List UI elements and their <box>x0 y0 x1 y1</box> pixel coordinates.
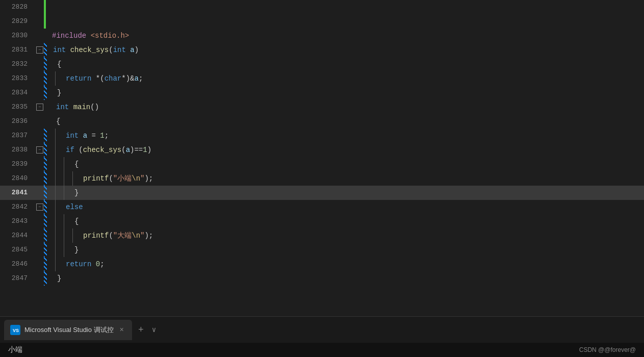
line-number: 2843 <box>0 214 36 228</box>
code-line: 2832 { <box>0 57 644 71</box>
line-number: 2835 <box>0 100 36 114</box>
line-number: 2831 <box>0 43 36 57</box>
gutter <box>36 129 44 143</box>
indent <box>46 29 50 43</box>
indent <box>46 14 50 29</box>
gutter <box>36 228 44 243</box>
code-container: 2828 2829 2830 #include <stdio.h> 2831 <box>0 0 644 316</box>
line-number: 2830 <box>0 29 36 43</box>
code-content: { <box>72 214 644 228</box>
code-content: { <box>72 157 644 171</box>
indent <box>47 43 51 57</box>
code-content: } <box>55 86 644 100</box>
code-line: 2847 } <box>0 271 644 286</box>
svg-text:VS: VS <box>13 328 19 333</box>
tab-dropdown-button[interactable]: ∨ <box>148 323 160 336</box>
code-line: 2837 int a = 1; <box>0 129 644 143</box>
code-content: printf("大端\n"); <box>81 228 644 243</box>
gutter <box>36 186 44 200</box>
indent <box>46 0 50 14</box>
code-content: return 0; <box>64 257 644 271</box>
code-line: 2839 { <box>0 157 644 171</box>
fold-icon[interactable]: − <box>36 46 43 54</box>
code-line: 2843 { <box>0 214 644 228</box>
code-content: int main() <box>54 100 644 114</box>
code-line-active: 2841 } <box>0 186 644 200</box>
code-content: else <box>64 200 644 214</box>
fold-gutter[interactable]: − <box>36 43 44 57</box>
code-content <box>50 0 644 14</box>
code-line: 2831 − int check_sys(int a) <box>0 43 644 57</box>
line-number: 2844 <box>0 228 36 243</box>
code-line: 2846 return 0; <box>0 257 644 271</box>
code-content: int check_sys(int a) <box>51 43 644 57</box>
code-content: if (check_sys(a)==1) <box>64 143 644 157</box>
fold-gutter[interactable]: − <box>36 200 44 214</box>
code-content: } <box>72 243 644 257</box>
gutter <box>36 86 44 100</box>
code-line: 2838 − if (check_sys(a)==1) <box>0 143 644 157</box>
gutter <box>36 214 44 228</box>
gutter <box>36 29 44 43</box>
line-number: 2840 <box>0 171 36 186</box>
line-number: 2838 <box>0 143 36 157</box>
close-tab-button[interactable]: × <box>118 325 126 335</box>
line-number: 2846 <box>0 257 36 271</box>
line-number: 2842 <box>0 200 36 214</box>
tab-label: Microsoft Visual Studio 调试控 <box>24 325 114 335</box>
line-number: 2829 <box>0 14 36 29</box>
fold-gutter[interactable]: − <box>36 100 44 114</box>
gutter <box>36 243 44 257</box>
editor-area: 2828 2829 2830 #include <stdio.h> 2831 <box>0 0 644 316</box>
gutter <box>36 257 44 271</box>
code-content <box>50 14 644 29</box>
status-right-text: CSDN @@forever@ <box>579 346 636 353</box>
code-content: int a = 1; <box>64 129 644 143</box>
code-content: #include <stdio.h> <box>50 29 644 43</box>
line-number: 2833 <box>0 71 36 86</box>
code-line: 2842 − else <box>0 200 644 214</box>
code-line: 2840 printf("小端\n"); <box>0 171 644 186</box>
gutter <box>36 0 44 14</box>
gutter <box>36 57 44 71</box>
code-content: { <box>54 114 644 129</box>
code-content: } <box>72 186 644 200</box>
gutter <box>36 171 44 186</box>
gutter <box>36 71 44 86</box>
vs-icon: VS <box>10 325 20 335</box>
status-left-text: 小端 <box>8 345 22 354</box>
line-number: 2847 <box>0 271 36 286</box>
code-line: 2834 } <box>0 86 644 100</box>
gutter <box>36 271 44 286</box>
fold-icon[interactable]: − <box>36 104 43 111</box>
taskbar: VS Microsoft Visual Studio 调试控 × + ∨ <box>0 316 644 343</box>
gutter <box>36 157 44 171</box>
line-number: 2828 <box>0 0 36 14</box>
code-content: { <box>55 57 644 71</box>
gutter <box>36 14 44 29</box>
code-content: return *(char*)&a; <box>64 71 644 86</box>
code-line: 2835 − int main() <box>0 100 644 114</box>
line-number: 2837 <box>0 129 36 143</box>
code-content: } <box>55 271 644 286</box>
new-tab-button[interactable]: + <box>134 323 148 337</box>
line-number: 2834 <box>0 86 36 100</box>
code-line: 2828 <box>0 0 644 14</box>
status-bar: 小端 CSDN @@forever@ <box>0 343 644 357</box>
code-line: 2829 <box>0 14 644 29</box>
fold-icon[interactable]: − <box>36 146 43 154</box>
code-line: 2833 return *(char*)&a; <box>0 71 644 86</box>
code-content: printf("小端\n"); <box>81 171 644 186</box>
code-line: 2836 { <box>0 114 644 129</box>
line-number: 2839 <box>0 157 36 171</box>
line-number: 2832 <box>0 57 36 71</box>
line-number: 2836 <box>0 114 36 129</box>
fold-icon[interactable]: − <box>36 203 43 211</box>
fold-gutter[interactable]: − <box>36 143 44 157</box>
line-number: 2841 <box>0 186 36 200</box>
taskbar-tab[interactable]: VS Microsoft Visual Studio 调试控 × <box>4 320 132 340</box>
code-line: 2830 #include <stdio.h> <box>0 29 644 43</box>
code-line: 2845 } <box>0 243 644 257</box>
gutter <box>36 114 44 129</box>
line-number: 2845 <box>0 243 36 257</box>
